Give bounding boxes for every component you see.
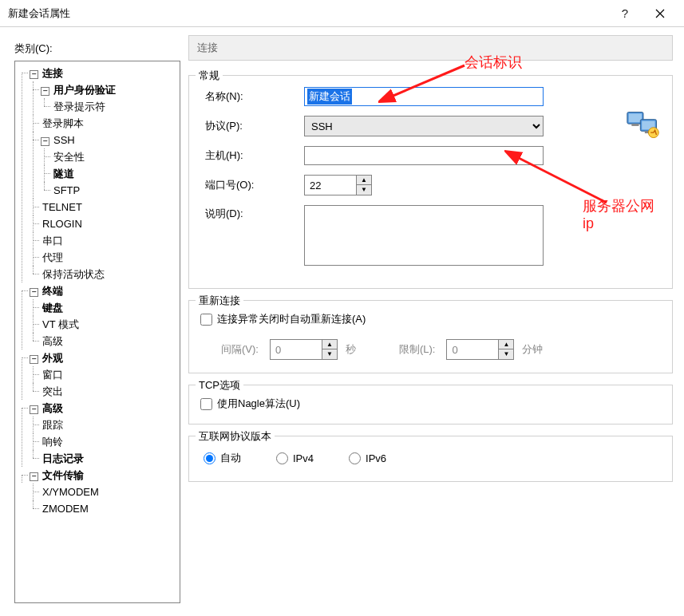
ip-v6-radio[interactable]: IPv6 <box>349 452 386 464</box>
tree-item-filetransfer[interactable]: 文件传输 X/YMODEM ZMODEM <box>18 467 178 517</box>
reconnect-checkbox-label: 连接异常关闭时自动重新连接(A) <box>217 312 366 326</box>
svg-rect-1 <box>629 113 642 122</box>
spin-up-icon[interactable]: ▲ <box>357 176 371 185</box>
ip-auto-radio[interactable]: 自动 <box>204 451 241 465</box>
tree-item-telnet[interactable]: TELNET <box>30 199 178 215</box>
protocol-label: 协议(P): <box>200 119 304 133</box>
tree-item-window[interactable]: 窗口 <box>30 366 178 383</box>
tree-item-tunnel[interactable]: 隧道 <box>41 165 178 182</box>
nagle-checkbox-row[interactable]: 使用Nagle算法(U) <box>200 397 661 411</box>
tree-item-proxy[interactable]: 代理 <box>30 249 178 266</box>
name-label: 名称(N): <box>200 89 304 104</box>
group-ipversion: 互联网协议版本 自动 IPv4 IPv6 <box>188 436 673 482</box>
tree-item-sftp[interactable]: SFTP <box>41 182 178 199</box>
tree-item-auth[interactable]: 用户身份验证 登录提示符 <box>30 81 178 115</box>
name-value: 新建会话 <box>307 89 352 105</box>
port-input[interactable] <box>305 176 356 195</box>
tree-item-connection[interactable]: 连接 用户身份验证 登录提示符 登录脚本 SSH 安全性 隧道 <box>18 65 178 282</box>
collapse-icon[interactable] <box>41 87 49 96</box>
tree-item-xymodem[interactable]: X/YMODEM <box>30 484 178 500</box>
tree-item-terminal[interactable]: 终端 键盘 VT 模式 高级 <box>18 282 178 349</box>
collapse-icon[interactable] <box>30 405 38 414</box>
reconnect-checkbox[interactable] <box>200 314 212 326</box>
collapse-icon[interactable] <box>41 137 49 146</box>
collapse-icon[interactable] <box>30 472 38 481</box>
tree-item-highlight[interactable]: 突出 <box>30 383 178 400</box>
connection-icon <box>626 108 661 140</box>
spin-down-icon: ▼ <box>499 349 513 359</box>
tree-item-keepalive[interactable]: 保持活动状态 <box>30 266 178 282</box>
tree-item-bell[interactable]: 响铃 <box>30 433 178 450</box>
collapse-icon[interactable] <box>30 355 38 364</box>
interval-label: 间隔(V): <box>221 342 259 357</box>
svg-rect-2 <box>631 124 639 126</box>
group-reconnect: 重新连接 连接异常关闭时自动重新连接(A) 间隔(V): ▲▼ 秒 限制(L):… <box>188 300 673 373</box>
group-tcp-legend: TCP选项 <box>196 378 243 393</box>
reconnect-checkbox-row[interactable]: 连接异常关闭时自动重新连接(A) <box>200 312 661 326</box>
group-general: 常规 名称(N): 新建会话 协议(P): SSH 主机(H): <box>188 75 673 289</box>
nagle-checkbox-label: 使用Nagle算法(U) <box>217 397 300 411</box>
interval-input <box>271 340 322 359</box>
limit-label: 限制(L): <box>399 342 436 357</box>
host-input[interactable] <box>304 146 544 165</box>
collapse-icon[interactable] <box>30 288 38 297</box>
collapse-icon[interactable] <box>30 70 38 79</box>
group-general-legend: 常规 <box>196 69 223 83</box>
group-reconnect-legend: 重新连接 <box>196 294 243 308</box>
tree-item-zmodem[interactable]: ZMODEM <box>30 500 178 517</box>
tree-item-keyboard[interactable]: 键盘 <box>30 299 178 316</box>
port-spinner[interactable]: ▲ ▼ <box>304 175 372 195</box>
protocol-combo[interactable]: SSH <box>304 116 544 136</box>
titlebar: 新建会话属性 ? <box>0 0 684 27</box>
nagle-checkbox[interactable] <box>200 398 212 410</box>
tree-item-security[interactable]: 安全性 <box>41 148 178 165</box>
tree-item-vtmode[interactable]: VT 模式 <box>30 316 178 333</box>
limit-spinner: ▲▼ <box>446 339 514 360</box>
window-title: 新建会话属性 <box>8 6 607 21</box>
category-label: 类别(C): <box>14 41 180 56</box>
tree-item-logging[interactable]: 日志记录 <box>30 450 178 467</box>
settings-header: 连接 <box>188 35 673 61</box>
port-label: 端口号(O): <box>200 178 304 192</box>
group-ipversion-legend: 互联网协议版本 <box>196 429 275 444</box>
interval-unit: 秒 <box>346 342 356 357</box>
tree-item-appearance[interactable]: 外观 窗口 突出 <box>18 349 178 400</box>
category-tree[interactable]: 连接 用户身份验证 登录提示符 登录脚本 SSH 安全性 隧道 <box>14 61 180 603</box>
host-label: 主机(H): <box>200 148 304 163</box>
tree-item-trace[interactable]: 跟踪 <box>30 417 178 433</box>
name-input[interactable]: 新建会话 <box>304 87 544 106</box>
tree-item-ssh[interactable]: SSH 安全性 隧道 SFTP <box>30 132 178 199</box>
limit-input <box>447 340 498 359</box>
spin-down-icon: ▼ <box>322 349 337 359</box>
tree-item-advanced-term[interactable]: 高级 <box>30 333 178 349</box>
interval-spinner: ▲▼ <box>270 339 338 360</box>
ip-v4-radio[interactable]: IPv4 <box>276 452 314 464</box>
spin-up-icon: ▲ <box>322 340 337 349</box>
desc-label: 说明(D): <box>200 205 304 221</box>
close-icon <box>655 9 665 18</box>
tree-item-rlogin[interactable]: RLOGIN <box>30 215 178 232</box>
tree-item-login-script[interactable]: 登录脚本 <box>30 115 178 132</box>
tree-item-advanced[interactable]: 高级 跟踪 响铃 日志记录 <box>18 400 178 467</box>
spin-down-icon[interactable]: ▼ <box>357 185 371 195</box>
spin-up-icon: ▲ <box>499 340 513 349</box>
limit-unit: 分钟 <box>522 342 543 357</box>
help-button[interactable]: ? <box>607 2 642 26</box>
tree-item-login-prompt[interactable]: 登录提示符 <box>41 98 178 115</box>
group-tcp: TCP选项 使用Nagle算法(U) <box>188 385 673 424</box>
desc-textarea[interactable] <box>304 205 544 266</box>
tree-item-serial[interactable]: 串口 <box>30 232 178 249</box>
close-button[interactable] <box>642 2 678 26</box>
